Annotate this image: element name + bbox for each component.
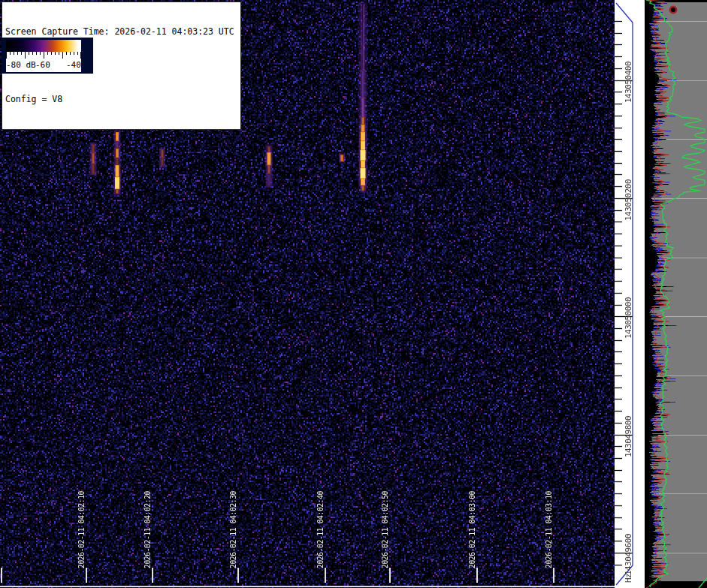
time-tick-label: 2026-02-11 04:02:20 xyxy=(144,491,153,568)
time-tick-label: 2026-02-11 04:03:00 xyxy=(468,491,477,568)
time-tick xyxy=(325,568,326,583)
colorbar-label-60: -60 xyxy=(35,60,50,70)
time-tick-label: 2026-02-11 04:02:10 xyxy=(77,491,86,568)
time-tick xyxy=(86,568,87,583)
amplitude-colorbar: -80 dB -60 -40 xyxy=(2,38,93,74)
time-tick xyxy=(237,568,239,583)
config-text: Config = V8 xyxy=(5,94,237,105)
frequency-tick-label: 143050000 xyxy=(624,297,633,339)
time-tick-label: 2026-02-11 04:02:00 xyxy=(0,491,2,568)
time-tick-label: 2026-02-11 04:02:30 xyxy=(229,491,238,568)
colorbar-gradient[interactable] xyxy=(6,40,81,52)
capture-time-text: Screen Capture Time: 2026-02-11 04:03:23… xyxy=(5,26,237,38)
time-tick-label: 2026-02-11 04:02:40 xyxy=(316,491,325,568)
frequency-tick-label: 143050200 xyxy=(624,179,633,221)
time-tick-label: 2026-02-11 04:03:10 xyxy=(545,491,554,568)
colorbar-ticks xyxy=(6,52,81,60)
time-tick xyxy=(1,568,2,583)
spectrogram-screen-capture: Screen Capture Time: 2026-02-11 04:03:23… xyxy=(0,0,707,588)
time-tick xyxy=(152,568,153,583)
frequency-tick-label: 143050400 xyxy=(624,62,633,103)
time-tick xyxy=(389,568,391,583)
time-tick xyxy=(476,568,478,583)
colorbar-label-80: -80 dB xyxy=(6,60,36,70)
frequency-unit-label: Hz xyxy=(624,574,633,583)
time-tick-label: 2026-02-11 04:02:50 xyxy=(381,491,390,568)
colorbar-scale: -80 dB -60 -40 xyxy=(6,52,81,72)
colorbar-label-40: -40 xyxy=(66,60,81,70)
live-spectrum-panel[interactable] xyxy=(645,0,707,588)
frequency-tick-label: 143049800 xyxy=(624,416,633,457)
time-tick xyxy=(553,568,554,583)
frequency-tick-label: 143049600 xyxy=(624,534,633,575)
